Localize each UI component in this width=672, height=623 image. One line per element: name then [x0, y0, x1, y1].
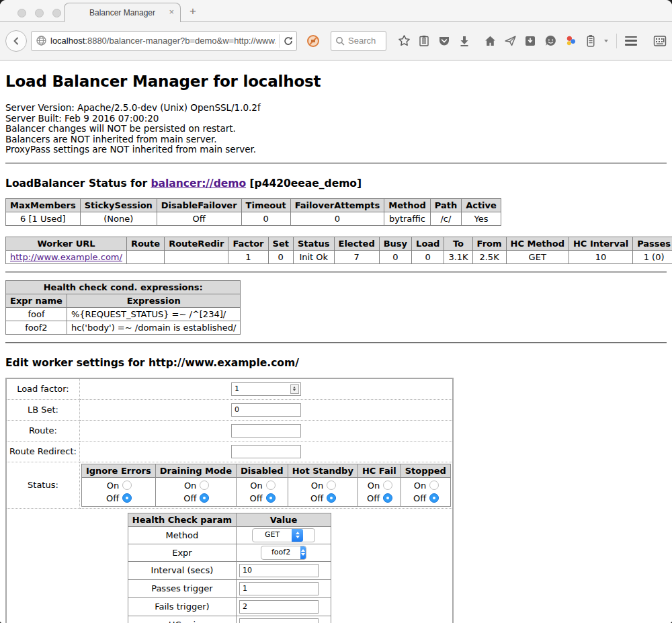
worker-data-cell: 1 (0) [633, 250, 672, 263]
worker-status-table: Worker URLRouteRouteRedirFactorSetStatus… [5, 237, 672, 264]
balancer-header-cell: Timeout [241, 198, 290, 212]
worker-url-link[interactable]: http://www.example.com/ [10, 252, 122, 262]
radio-ignore-errors-on[interactable] [122, 481, 132, 490]
keyboard-grid-icon[interactable] [653, 34, 667, 48]
minimize-window-button[interactable] [35, 9, 44, 17]
url-bar[interactable]: localhost:8880/balancer-manager?b=demo&w… [31, 31, 297, 51]
radio-ignore-errors-off[interactable] [122, 493, 132, 503]
browser-tab[interactable]: Balancer Manager × [64, 3, 181, 22]
tab-bar: Balancer Manager × + [0, 0, 672, 22]
edit-worker-form: Load factor: LB Set: Route: Route Redire… [5, 378, 454, 623]
radio-disabled-off[interactable] [266, 493, 276, 503]
select-chevrons-icon [292, 529, 303, 542]
expr-select[interactable]: foof2 [261, 546, 306, 560]
overflow-caret-icon[interactable] [604, 40, 608, 44]
worker-data-cell [126, 250, 164, 263]
status-cell-ignore-errors: On Off [81, 477, 155, 506]
interval-label: Interval (secs) [128, 561, 236, 579]
proxypass-note-line: ProxyPass settings are NOT inherited fro… [5, 144, 667, 155]
radio-disabled-on[interactable] [266, 481, 276, 490]
browser-window: Balancer Manager × + localhost:8880/bala… [0, 0, 672, 623]
route-redirect-input[interactable] [231, 445, 301, 458]
worker-header-cell: Busy [379, 237, 411, 250]
balancer-demo-link[interactable]: balancer://demo [151, 177, 246, 190]
radio-hot-standby-on[interactable] [327, 481, 336, 490]
route-redirect-label: Route Redirect: [6, 441, 79, 462]
worker-header-cell: Elected [334, 237, 379, 250]
status-header-cell: Ignore Errors [81, 464, 155, 477]
fails-trigger-input[interactable] [239, 600, 319, 614]
worker-header-cell: From [472, 237, 506, 250]
battery-extension-icon[interactable] [584, 34, 597, 48]
balancer-header-cell: FailoverAttempts [290, 198, 384, 212]
hc-uri-input[interactable] [239, 618, 319, 623]
radio-hc-fail-off[interactable] [383, 493, 392, 503]
radio-hot-standby-off[interactable] [327, 493, 336, 503]
adblock-icon[interactable] [306, 34, 320, 48]
worker-header-cell: Worker URL [6, 237, 127, 250]
tab-title: Balancer Manager [89, 8, 155, 17]
balancer-header-cell: Path [430, 198, 461, 212]
page-title: Load Balancer Manager for localhost [5, 73, 667, 90]
pocket-icon[interactable] [437, 34, 451, 48]
worker-data-cell: 3.1K [444, 250, 472, 263]
chat-smiley-icon[interactable] [544, 34, 557, 48]
divider [5, 272, 667, 273]
worker-data-row: http://www.example.com/ 10Init Ok7003.1K… [6, 250, 672, 263]
window-controls[interactable] [17, 9, 61, 17]
passes-trigger-label: Passes trigger [128, 579, 236, 597]
expression-cell: hc('body') =~ /domain is established/ [67, 321, 241, 334]
balancer-data-cell: Yes [462, 212, 501, 225]
expr-row: foof2 hc('body') =~ /domain is establish… [6, 321, 241, 334]
worker-data-cell: 0 [379, 250, 411, 263]
status-header-row: Ignore ErrorsDraining ModeDisabledHot St… [81, 464, 450, 477]
route-input[interactable] [231, 424, 301, 438]
search-bar[interactable]: Search [331, 31, 386, 51]
passes-trigger-input[interactable] [239, 582, 319, 595]
method-select[interactable]: GET [252, 528, 315, 542]
number-stepper-icon[interactable] [290, 384, 299, 394]
worker-data-cell: Init Ok [293, 250, 334, 263]
worker-header-cell: HC Method [506, 237, 569, 250]
reload-icon[interactable] [283, 36, 294, 46]
radio-draining-mode-on[interactable] [200, 481, 209, 490]
radio-stopped-off[interactable] [429, 493, 439, 503]
interval-input[interactable] [239, 564, 319, 577]
status-cell-stopped: On Off [401, 477, 450, 506]
zoom-window-button[interactable] [52, 9, 61, 17]
home-icon[interactable] [483, 34, 497, 48]
bookmark-star-icon[interactable] [397, 34, 411, 48]
sidebar-clipboard-icon[interactable] [417, 34, 431, 48]
divider [5, 342, 667, 343]
downloads-icon[interactable] [458, 34, 471, 48]
radio-stopped-on[interactable] [429, 481, 439, 490]
worker-header-cell: To [444, 237, 472, 250]
send-icon[interactable] [503, 34, 517, 48]
close-window-button[interactable] [17, 9, 26, 17]
video-download-icon[interactable] [523, 34, 537, 48]
select-chevrons-icon [300, 546, 306, 559]
lb-set-input[interactable] [231, 403, 301, 417]
radio-draining-mode-off[interactable] [200, 493, 209, 503]
toolbar-icons [397, 34, 667, 48]
url-text[interactable]: localhost:8880/balancer-manager?b=demo&w… [50, 36, 276, 46]
back-button[interactable] [5, 30, 27, 52]
status-cell-disabled: On Off [236, 477, 288, 506]
worker-data-cell [165, 250, 228, 263]
balancer-data-cell: 0 [290, 212, 384, 225]
balancer-header-cell: MaxMembers [6, 198, 81, 212]
menu-hamburger-icon[interactable] [625, 36, 637, 46]
new-tab-button[interactable]: + [190, 5, 196, 17]
persist-note-line: Balancer changes will NOT be persisted o… [5, 124, 667, 134]
tab-close-icon[interactable]: × [169, 7, 174, 16]
balancer-header-cell: StickySession [80, 198, 157, 212]
worker-header-cell: RouteRedir [165, 237, 228, 250]
route-label: Route: [6, 420, 79, 441]
radio-hc-fail-on[interactable] [383, 481, 392, 490]
expr-row: foof %{REQUEST_STATUS} =~ /^[234]/ [6, 307, 241, 321]
back-arrow-icon [11, 36, 22, 46]
loadbalancer-status-heading: LoadBalancer Status for balancer://demo … [5, 177, 667, 190]
balancer-data-cell: (None) [80, 212, 157, 225]
health-check-param-table: Health Check param Value Method GET [128, 513, 331, 623]
colored-dots-extension-icon[interactable] [564, 34, 577, 48]
